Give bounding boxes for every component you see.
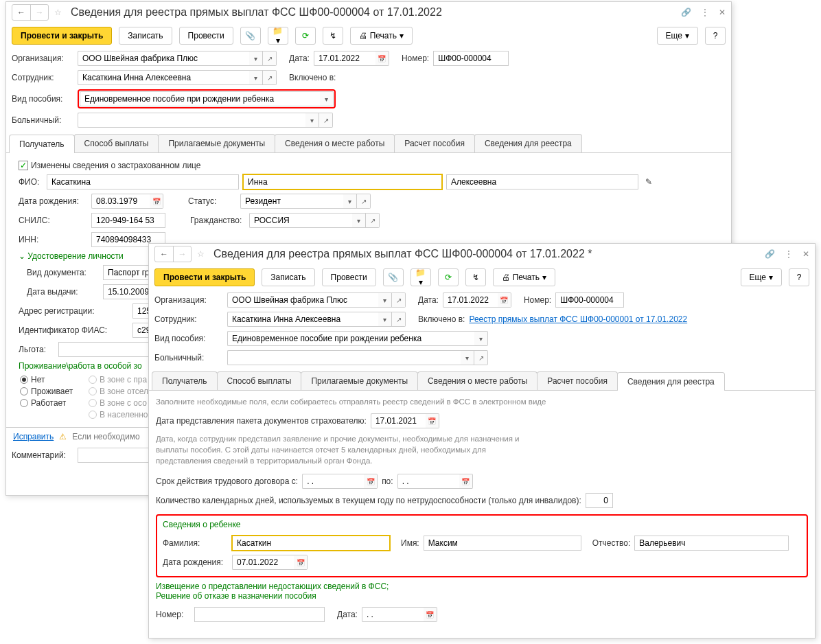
calendar-icon[interactable]: 📅: [150, 194, 163, 209]
post-close-button-2[interactable]: Провести и закрыть: [154, 268, 255, 286]
comment-input[interactable]: [78, 448, 150, 463]
dropdown-icon[interactable]: ▾: [352, 213, 366, 228]
calendar-icon[interactable]: 📅: [424, 607, 437, 622]
tab-calc[interactable]: Расчет пособия: [394, 134, 475, 152]
clear-icon-2[interactable]: ↯: [465, 268, 486, 286]
dropdown-icon[interactable]: ▾: [249, 51, 263, 66]
child-surname-input[interactable]: [232, 536, 390, 551]
fix-link[interactable]: Исправить: [13, 432, 54, 441]
changed-checkbox[interactable]: ✓Изменены сведения о застрахованном лице: [19, 161, 201, 170]
contract-to-input[interactable]: [397, 474, 459, 489]
benefit2-input[interactable]: [58, 342, 159, 357]
help-button-2[interactable]: ?: [789, 268, 809, 286]
close-icon-2[interactable]: ✕: [802, 249, 809, 259]
post-button[interactable]: Провести: [179, 27, 233, 45]
patronymic-input[interactable]: [446, 174, 638, 189]
tab-recipient[interactable]: Получатель: [9, 135, 75, 153]
radio-no[interactable]: Нет: [20, 375, 89, 384]
dropdown-icon[interactable]: ▾: [305, 113, 319, 128]
tab-payment[interactable]: Способ выплаты: [74, 134, 159, 152]
emp-input[interactable]: [78, 70, 249, 85]
tab-registry[interactable]: Сведения для реестра: [474, 134, 582, 152]
nav-back-2[interactable]: ←: [155, 246, 173, 262]
child-name-input[interactable]: [424, 536, 581, 551]
sick-input-2[interactable]: [227, 350, 461, 365]
dropdown-icon[interactable]: ▾: [249, 70, 263, 85]
num-input-2[interactable]: [555, 292, 624, 308]
id-section-toggle[interactable]: ⌄ Удостоверение личности: [19, 251, 124, 261]
citizen-input[interactable]: [249, 213, 352, 228]
calendar-icon[interactable]: 📅: [364, 474, 378, 489]
edit-icon[interactable]: ✎: [645, 177, 652, 187]
calendar-icon[interactable]: 📅: [375, 51, 389, 66]
tab-docs-2[interactable]: Прилагаемые документы: [301, 371, 418, 390]
sick-input[interactable]: [78, 113, 305, 128]
nav-fwd[interactable]: →: [30, 5, 48, 20]
link-icon[interactable]: 🔗: [681, 8, 691, 17]
refresh-icon[interactable]: ⟳: [295, 27, 316, 45]
star-icon[interactable]: ☆: [54, 8, 67, 17]
more-button-2[interactable]: Еще ▾: [741, 268, 782, 286]
dropdown-icon[interactable]: ▾: [343, 194, 357, 209]
nav-fwd-2[interactable]: →: [173, 246, 191, 262]
calendar-icon[interactable]: 📅: [294, 555, 308, 570]
open-icon[interactable]: ↗: [366, 213, 380, 228]
birth-input[interactable]: [91, 194, 150, 209]
close-icon[interactable]: ✕: [719, 8, 726, 17]
date-input[interactable]: [314, 51, 375, 66]
tab-payment-2[interactable]: Способ выплаты: [217, 371, 302, 390]
attach-icon[interactable]: 📎: [240, 27, 261, 45]
star-icon-2[interactable]: ☆: [197, 249, 209, 259]
link-icon-2[interactable]: 🔗: [765, 249, 775, 259]
child-patronymic-input[interactable]: [634, 536, 789, 551]
date2-input[interactable]: [362, 607, 424, 622]
refresh-icon-2[interactable]: ⟳: [438, 268, 459, 286]
help-button[interactable]: ?: [705, 27, 726, 45]
open-icon[interactable]: ↗: [263, 51, 277, 66]
num2-input[interactable]: [194, 607, 325, 622]
tab-workplace[interactable]: Сведения о месте работы: [275, 134, 395, 152]
radio-lives[interactable]: Проживает: [20, 387, 89, 396]
folder-icon-2[interactable]: 📁▾: [410, 268, 431, 286]
post-button-2[interactable]: Провести: [322, 268, 376, 286]
tab-docs[interactable]: Прилагаемые документы: [158, 134, 275, 152]
more-v-icon[interactable]: ⋮: [701, 8, 709, 17]
clear-icon[interactable]: ↯: [323, 27, 343, 45]
nav-back[interactable]: ←: [12, 5, 30, 20]
save-button-2[interactable]: Записать: [262, 268, 314, 286]
open-icon[interactable]: ↗: [319, 113, 333, 128]
calendar-icon[interactable]: 📅: [426, 413, 439, 428]
tab-calc-2[interactable]: Расчет пособия: [537, 371, 618, 390]
tab-recipient-2[interactable]: Получатель: [152, 371, 218, 390]
contract-from-input[interactable]: [302, 474, 364, 489]
days-input[interactable]: [586, 493, 613, 508]
more-v-icon-2[interactable]: ⋮: [785, 249, 793, 259]
child-birth-input[interactable]: [232, 555, 294, 570]
open-icon[interactable]: ↗: [357, 194, 371, 209]
calendar-icon[interactable]: 📅: [498, 292, 511, 308]
org-input-2[interactable]: [227, 292, 378, 308]
org-input[interactable]: [78, 51, 249, 66]
surname-input[interactable]: [47, 174, 239, 189]
snils-input[interactable]: [91, 213, 165, 228]
pkg-date-input[interactable]: [371, 413, 426, 428]
benefit-input-2[interactable]: [227, 331, 474, 346]
tab-workplace-2[interactable]: Сведения о месте работы: [417, 371, 537, 390]
num-input[interactable]: [433, 51, 509, 66]
emp-input-2[interactable]: [227, 312, 378, 327]
included-link[interactable]: Реестр прямых выплат ФСС ШФ00-000001 от …: [469, 314, 687, 324]
name-input[interactable]: [243, 174, 442, 189]
status-input[interactable]: [240, 194, 343, 209]
more-button[interactable]: Еще ▾: [657, 27, 698, 45]
open-icon[interactable]: ↗: [263, 70, 277, 85]
print-button-2[interactable]: 🖨 Печать ▾: [493, 268, 555, 286]
benefit-input[interactable]: [80, 91, 320, 106]
print-button[interactable]: 🖨 Печать ▾: [350, 27, 413, 45]
save-button[interactable]: Записать: [119, 27, 172, 45]
post-close-button[interactable]: Провести и закрыть: [12, 27, 112, 45]
dropdown-icon[interactable]: ▾: [320, 91, 334, 106]
radio-works[interactable]: Работает: [20, 398, 89, 408]
date-input-2[interactable]: [443, 292, 498, 308]
calendar-icon[interactable]: 📅: [459, 474, 473, 489]
tab-registry-2[interactable]: Сведения для реестра: [617, 372, 725, 391]
